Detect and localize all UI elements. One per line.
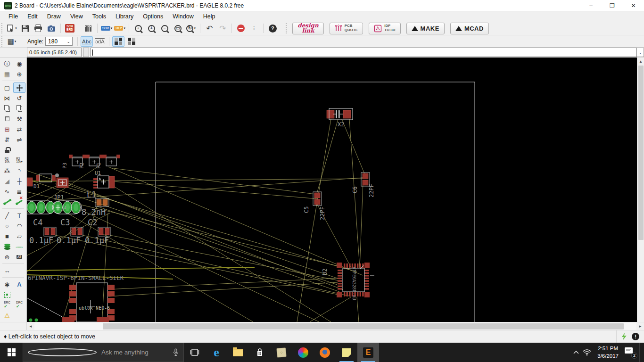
microphone-icon[interactable] bbox=[173, 348, 179, 356]
show-desktop-button[interactable] bbox=[639, 343, 641, 362]
board-label-c4[interactable]: C4 bbox=[33, 218, 42, 227]
board-label-c4-value[interactable]: 0.1μF bbox=[29, 236, 53, 245]
board-label-c6[interactable]: C6 bbox=[352, 187, 358, 193]
taskbar-firefox[interactable] bbox=[314, 343, 336, 362]
taskbar-sticky-notes[interactable] bbox=[336, 343, 357, 362]
board-label-u2[interactable]: U2 bbox=[322, 269, 328, 275]
menu-library[interactable]: Library bbox=[111, 12, 138, 21]
task-view-button[interactable] bbox=[184, 343, 206, 362]
component-x2[interactable] bbox=[327, 108, 353, 120]
command-history-dropdown[interactable]: ⌄ bbox=[637, 48, 644, 57]
alert-icon[interactable]: ! bbox=[632, 333, 639, 340]
name-tool[interactable]: R210k bbox=[1, 155, 13, 165]
idf-to-3d-button[interactable]: IDFTO 3D bbox=[369, 23, 400, 34]
board-label-l1[interactable]: L1 bbox=[87, 190, 96, 199]
pcb-quote-button[interactable]: PCBQUOTE bbox=[330, 23, 363, 34]
board-label-d1[interactable]: D1 bbox=[33, 183, 40, 189]
restore-button[interactable]: ❐ bbox=[602, 0, 623, 11]
options-dots-button[interactable]: ⁝ bbox=[248, 23, 260, 34]
angle-select[interactable]: 180⌄ bbox=[45, 37, 73, 46]
zoom-redraw-button[interactable]: ↻▾ bbox=[185, 23, 197, 34]
board-label-c5[interactable]: C5 bbox=[303, 206, 310, 213]
horizontal-scroll-thumb[interactable] bbox=[103, 323, 624, 329]
horizontal-scrollbar[interactable] bbox=[34, 322, 636, 330]
board-label-c2[interactable]: C2 bbox=[88, 218, 97, 227]
toolbar-drag-handle[interactable] bbox=[1, 36, 4, 47]
rotate-tool[interactable]: ↺ bbox=[13, 93, 25, 103]
dimension-tool[interactable]: ↔ bbox=[1, 265, 13, 276]
mark-tool[interactable]: ⊕ bbox=[13, 69, 25, 79]
erc-tool[interactable]: ERC✓ bbox=[1, 300, 13, 310]
board-label-isp-silk[interactable]: 6PINAVR-ISP-6PIN-SMALL-SILK bbox=[28, 274, 124, 281]
arc-tool[interactable]: ◠ bbox=[13, 221, 25, 231]
menu-options[interactable]: Options bbox=[138, 12, 168, 21]
copy-tool[interactable] bbox=[1, 103, 13, 114]
board-label-ublox[interactable]: ublox NEO-6 bbox=[79, 305, 110, 311]
menu-draw[interactable]: Draw bbox=[42, 12, 66, 21]
menu-help[interactable]: Help bbox=[198, 12, 220, 21]
ulp-button[interactable]: ULP▾ bbox=[114, 23, 126, 34]
delete-tool[interactable] bbox=[1, 114, 13, 124]
menu-file[interactable]: File bbox=[4, 12, 23, 21]
board-label-c6-value[interactable]: 22PF bbox=[368, 184, 375, 197]
component-l1[interactable] bbox=[95, 198, 109, 206]
taskbar-app-dice[interactable]: ⁘ bbox=[271, 343, 292, 362]
component-p-headers[interactable] bbox=[69, 155, 120, 166]
open-button[interactable]: ▾ bbox=[6, 23, 18, 34]
info-tool[interactable]: ⓘ bbox=[1, 58, 13, 69]
make-button[interactable]: MAKE bbox=[406, 23, 445, 34]
text-tool[interactable]: T bbox=[13, 210, 25, 221]
show-tool[interactable]: ◉ bbox=[13, 58, 25, 69]
clock[interactable]: 2:51 PM 3/6/2017 bbox=[594, 345, 621, 360]
board-label-jp1[interactable]: JP1 bbox=[54, 194, 64, 201]
replace-tool[interactable]: ⇄ bbox=[13, 124, 25, 134]
gateswap-tool[interactable]: ⇌ bbox=[13, 134, 25, 145]
help-button[interactable]: ? bbox=[266, 23, 279, 34]
board-label-jp1-pin4[interactable]: 4 bbox=[64, 206, 66, 210]
toolbar-drag-handle[interactable] bbox=[1, 23, 4, 33]
tray-chevron-icon[interactable] bbox=[573, 350, 579, 354]
board-label-c2-value[interactable]: 0.1μF bbox=[85, 236, 109, 245]
designblock-tool[interactable] bbox=[1, 289, 13, 300]
close-button[interactable]: ✕ bbox=[623, 0, 644, 11]
menu-edit[interactable]: Edit bbox=[23, 12, 42, 21]
design-link-button[interactable]: designlink bbox=[292, 23, 323, 34]
board-label-c3[interactable]: C3 bbox=[60, 218, 70, 227]
script-button[interactable]: SCR▾ bbox=[100, 23, 113, 34]
taskbar-store[interactable] bbox=[249, 343, 271, 362]
group-tool[interactable]: ▢ bbox=[1, 82, 13, 93]
vertical-scrollbar[interactable]: ▲ bbox=[637, 58, 644, 322]
board-canvas[interactable]: P3P2P1D1U1L18.2nHJP14C4C3C20.1μF0.1μF0.1… bbox=[27, 58, 637, 322]
taskbar-edge[interactable]: e bbox=[206, 343, 227, 362]
zoom-fit-button[interactable]: ▫ bbox=[132, 23, 144, 34]
split-tool[interactable]: ┼ bbox=[13, 176, 25, 186]
library-button[interactable] bbox=[82, 23, 94, 34]
start-button[interactable] bbox=[0, 343, 23, 362]
add-tool[interactable]: ⊞ bbox=[1, 124, 13, 134]
board-label-c3-value[interactable]: 0.1μF bbox=[57, 236, 81, 245]
menu-view[interactable]: View bbox=[66, 12, 88, 21]
board-label-u2-value[interactable]: ATMEGA328P-AU bbox=[352, 267, 356, 300]
route-options-tool[interactable]: ≣ bbox=[13, 186, 25, 197]
hole-tool[interactable]: ⊚ bbox=[1, 252, 13, 262]
route-tool[interactable] bbox=[1, 197, 13, 207]
taskbar-file-explorer[interactable] bbox=[227, 343, 249, 362]
stop-button[interactable] bbox=[235, 23, 247, 34]
attribute-tool[interactable]: AT bbox=[13, 252, 25, 262]
board-label-u1[interactable]: U1 bbox=[95, 170, 101, 176]
cam-button[interactable] bbox=[45, 23, 58, 34]
board-label-x2[interactable]: X2 bbox=[338, 121, 344, 128]
pinswap-tool[interactable]: ⇵ bbox=[1, 134, 13, 145]
undo-button[interactable]: ↶ bbox=[203, 23, 215, 34]
taskbar-eagle[interactable]: E bbox=[357, 343, 379, 362]
move-tool[interactable] bbox=[13, 82, 25, 93]
component-jp1[interactable] bbox=[27, 201, 82, 214]
board-label-p3[interactable]: P3 bbox=[62, 163, 68, 169]
board-label-p1[interactable]: P1 bbox=[96, 163, 102, 169]
lock-tool[interactable] bbox=[1, 145, 13, 155]
ripup-tool[interactable] bbox=[13, 197, 25, 207]
zoom-in-button[interactable]: + bbox=[145, 23, 157, 34]
mcad-button[interactable]: MCAD bbox=[450, 23, 489, 34]
board-label-l1-value[interactable]: 8.2nH bbox=[82, 207, 106, 217]
board-label-p2[interactable]: P2 bbox=[79, 163, 85, 169]
